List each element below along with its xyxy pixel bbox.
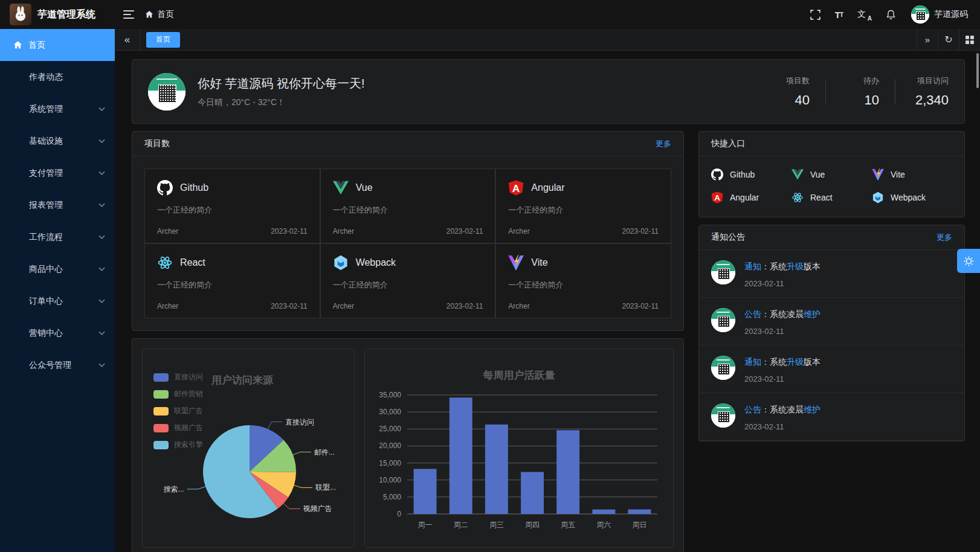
sidebar-item-label: 工作流程 — [29, 232, 63, 243]
shortcut-react[interactable]: React — [791, 191, 872, 204]
chevron-down-icon — [98, 363, 105, 367]
sidebar-item-product[interactable]: 商品中心 — [0, 253, 115, 285]
shortcut-angular[interactable]: Angular — [711, 191, 791, 204]
rabbit-logo-icon — [11, 5, 30, 24]
divider — [825, 79, 826, 104]
breadcrumb[interactable]: 首页 — [145, 9, 174, 20]
notice-date: 2023-02-11 — [744, 279, 820, 288]
svg-text:直接访问: 直接访问 — [285, 418, 314, 426]
project-card-webpack[interactable]: Webpack 一个正经的简介 Archer 2023-02-11 — [320, 243, 496, 318]
project-date: 2023-02-11 — [622, 227, 659, 236]
project-card-github[interactable]: Github 一个正经的简介 Archer 2023-02-11 — [144, 168, 320, 243]
welcome-avatar — [148, 73, 185, 111]
legend-item[interactable]: 直接访问 — [153, 372, 203, 382]
chevron-down-icon — [98, 203, 105, 207]
sidebar-item-label: 公众号管理 — [29, 360, 71, 371]
notice-avatar — [711, 403, 735, 428]
svg-text:联盟...: 联盟... — [315, 483, 336, 492]
project-author: Archer — [508, 302, 529, 310]
legend-item[interactable]: 联盟广告 — [153, 406, 203, 416]
sidebar-item-wechat[interactable]: 公众号管理 — [0, 349, 115, 381]
sidebar-item-label: 支付管理 — [29, 168, 63, 179]
chevron-down-icon — [98, 171, 105, 175]
notice-item[interactable]: 公告：系统凌晨维护 2023-02-11 — [699, 298, 964, 345]
notices-more-link[interactable]: 更多 — [936, 232, 952, 243]
sidebar-item-author[interactable]: 作者动态 — [0, 61, 115, 93]
shortcut-vue[interactable]: Vue — [791, 168, 872, 181]
svg-text:周日: 周日 — [632, 521, 646, 529]
hamburger-menu-icon[interactable] — [123, 10, 134, 19]
svg-text:周二: 周二 — [454, 521, 468, 529]
notices-card-title: 通知公告 — [711, 232, 745, 243]
project-card-react[interactable]: React 一个正经的简介 Archer 2023-02-11 — [144, 243, 320, 318]
app-logo-area[interactable]: 芋道管理系统 — [0, 4, 115, 25]
divider — [895, 79, 895, 104]
user-name: 芋道源码 — [934, 9, 968, 20]
svg-text:周三: 周三 — [489, 521, 504, 529]
legend-item[interactable]: 视频广告 — [153, 423, 203, 433]
chevron-down-icon — [98, 267, 105, 271]
home-icon — [13, 40, 22, 50]
shortcut-vite[interactable]: Vite — [872, 168, 952, 181]
shortcut-github[interactable]: Github — [711, 168, 791, 181]
sidebar-collapse-button[interactable] — [115, 29, 140, 50]
sidebar-item-infra[interactable]: 基础设施 — [0, 125, 115, 157]
pie-chart: 用户访问来源 直接访问 邮件营销 — [142, 348, 355, 548]
notices-card: 通知公告 更多 通知：系统升级版本 2023-02-11 — [698, 225, 965, 441]
project-date: 2023-02-11 — [446, 227, 483, 236]
notification-bell-icon[interactable] — [885, 9, 897, 21]
sidebar-item-marketing[interactable]: 营销中心 — [0, 317, 115, 349]
chevron-down-icon — [98, 299, 105, 303]
svg-text:周六: 周六 — [596, 521, 611, 529]
notice-item[interactable]: 通知：系统升级版本 2023-02-11 — [699, 250, 964, 298]
notice-date: 2023-02-11 — [744, 327, 820, 336]
tab-home[interactable]: 首页 — [146, 32, 180, 48]
svg-text:视频广告: 视频广告 — [303, 504, 332, 513]
svg-text:25,000: 25,000 — [379, 425, 401, 433]
language-switch-icon[interactable]: 文A — [857, 9, 871, 20]
chevron-down-icon — [98, 139, 105, 143]
home-icon — [145, 10, 153, 19]
breadcrumb-home: 首页 — [157, 9, 174, 20]
scrollbar-thumb[interactable] — [976, 53, 979, 88]
legend-item[interactable]: 邮件营销 — [153, 389, 203, 399]
projects-card-title: 项目数 — [144, 138, 170, 149]
github-icon — [157, 180, 173, 196]
notice-avatar — [711, 308, 735, 332]
vue-icon — [333, 180, 349, 196]
font-size-icon[interactable]: TT — [835, 10, 843, 20]
sidebar-item-pay[interactable]: 支付管理 — [0, 157, 115, 189]
sidebar-item-report[interactable]: 报表管理 — [0, 189, 115, 221]
refresh-button[interactable] — [938, 29, 959, 50]
settings-gear-button[interactable] — [957, 249, 980, 273]
gear-icon — [963, 255, 975, 267]
sidebar-item-home[interactable]: 首页 — [0, 29, 115, 61]
tab-options-button[interactable] — [959, 29, 980, 50]
fullscreen-icon[interactable] — [810, 10, 820, 20]
sidebar-item-system[interactable]: 系统管理 — [0, 93, 115, 125]
project-card-vue[interactable]: Vue 一个正经的简介 Archer 2023-02-11 — [320, 168, 496, 243]
projects-more-link[interactable]: 更多 — [656, 138, 671, 149]
notice-item[interactable]: 通知：系统升级版本 2023-02-11 — [699, 345, 964, 393]
project-card-angular[interactable]: Angular 一个正经的简介 Archer 2023-02-11 — [495, 168, 671, 243]
project-author: Archer — [333, 302, 354, 310]
shortcut-webpack[interactable]: Webpack — [872, 191, 952, 204]
sidebar-item-order[interactable]: 订单中心 — [0, 285, 115, 317]
svg-text:20,000: 20,000 — [379, 441, 401, 450]
notice-date: 2023-02-11 — [744, 374, 820, 384]
user-menu[interactable]: 芋道源码 — [911, 5, 968, 24]
tab-scroll-right-button[interactable] — [917, 29, 938, 50]
welcome-weather: 今日晴，20°C - 32°C！ — [198, 97, 365, 108]
legend-item[interactable]: 搜索引擎 — [153, 440, 203, 450]
sidebar-item-workflow[interactable]: 工作流程 — [0, 221, 115, 253]
project-date: 2023-02-11 — [622, 302, 659, 310]
svg-text:15,000: 15,000 — [379, 459, 401, 467]
project-card-vite[interactable]: Vite 一个正经的简介 Archer 2023-02-11 — [495, 243, 671, 318]
svg-text:10,000: 10,000 — [379, 476, 401, 484]
notice-item[interactable]: 公告：系统凌晨维护 2023-02-11 — [699, 393, 964, 441]
charts-card: 用户访问来源 直接访问 邮件营销 — [132, 338, 684, 552]
app-title: 芋道管理系统 — [37, 8, 95, 21]
stat-todo: 待办 10 — [842, 75, 879, 108]
react-icon — [791, 191, 804, 204]
notice-avatar — [711, 260, 735, 284]
